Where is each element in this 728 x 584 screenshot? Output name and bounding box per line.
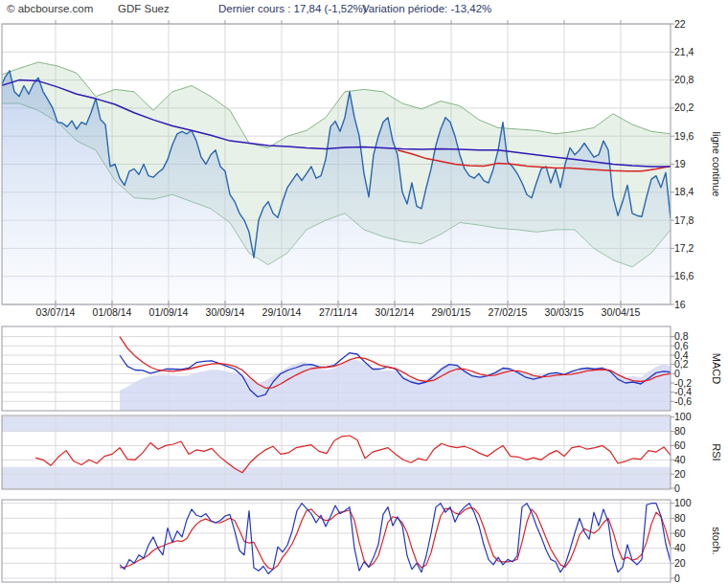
stoch-ytick-label: 100 [674, 497, 692, 508]
x-date-label: 01/09/14 [149, 306, 189, 318]
x-date-label: 27/11/14 [319, 306, 357, 318]
panel-price: 2221,420,820,219,61918,417,817,216,616li… [0, 18, 722, 310]
panel-rsi: 100806040200RSI [2, 411, 722, 493]
rsi-zone-band [2, 467, 671, 488]
price-ytick-label: 19,6 [674, 130, 694, 142]
panel-stoch: 100806040200stoch. [2, 497, 722, 583]
x-date-label: 30/04/15 [602, 306, 641, 318]
rsi-ytick-label: 40 [674, 454, 686, 465]
rsi-ytick-label: 20 [674, 468, 686, 480]
price-ytick-label: 20,8 [674, 74, 694, 85]
price-ytick-label: 18,4 [674, 186, 694, 197]
rsi-ytick-label: 100 [674, 411, 692, 422]
macd-axis-title: MACD [711, 353, 722, 384]
price-ytick-label: 16,6 [674, 270, 694, 281]
rsi-ytick-label: 0 [674, 483, 680, 494]
macd-ytick-label: -0,6 [674, 395, 692, 407]
x-date-label: 30/09/14 [206, 306, 245, 318]
x-date-label: 29/01/15 [432, 306, 471, 318]
price-ytick-label: 21,4 [674, 46, 694, 57]
x-date-label: 30/03/15 [545, 306, 584, 318]
price-ytick-label: 17,8 [674, 214, 694, 226]
price-ytick-label: 22 [674, 18, 686, 30]
rsi-ytick-label: 80 [674, 425, 686, 437]
x-date-label: 03/07/14 [36, 306, 76, 318]
x-date-label: 29/10/14 [262, 306, 302, 318]
price-ytick-label: 16 [674, 299, 686, 310]
stoch-ytick-label: 20 [674, 557, 686, 569]
x-date-label: 01/08/14 [93, 306, 132, 318]
chart-page: © abcbourse.com GDF Suez Dernier cours :… [0, 0, 728, 584]
price-ytick-label: 17,2 [674, 242, 694, 254]
x-date-label: 30/12/14 [375, 306, 415, 318]
rsi-ytick-label: 60 [674, 439, 686, 451]
price-ytick-label: 20,2 [674, 101, 694, 113]
stoch-ytick-label: 0 [674, 573, 680, 584]
stoch-axis-title: stoch. [711, 527, 722, 554]
chart-svg: 2221,420,820,219,61918,417,817,216,616li… [0, 0, 728, 584]
stoch-ytick-label: 60 [674, 528, 686, 539]
price-ytick-label: 19 [674, 158, 686, 169]
stoch-ytick-label: 80 [674, 512, 686, 524]
panel-macd: 0,80,60,40,20-0,2-0,4-0,6MACD [2, 326, 722, 411]
price-axis-title: ligne continue [711, 132, 722, 197]
rsi-zone-band [2, 417, 671, 432]
x-date-label: 27/02/15 [489, 306, 528, 318]
rsi-axis-title: RSI [711, 443, 722, 460]
stoch-ytick-label: 40 [674, 542, 686, 553]
